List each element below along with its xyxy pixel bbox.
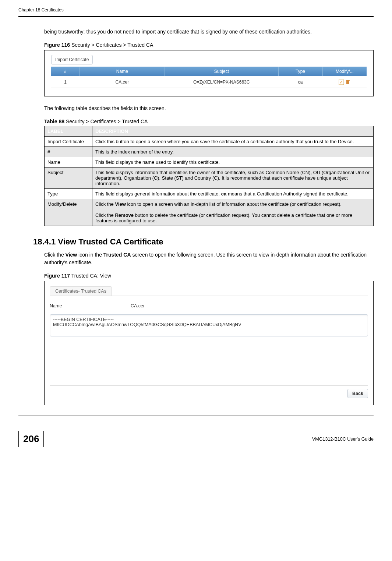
- cell-type: ca: [278, 76, 322, 88]
- trusted-ca-table: # Name Subject Type Modify/... 1 CA.cer …: [51, 67, 367, 88]
- certificate-textarea[interactable]: [50, 314, 368, 336]
- trash-icon[interactable]: [345, 80, 350, 85]
- table-row: Modify/Delete Click the View icon to ope…: [45, 199, 374, 226]
- figure116-caption: Figure 116 Security > Certificates > Tru…: [44, 42, 374, 48]
- row-desc: This is the index number of the entry.: [92, 147, 374, 157]
- section-18-4-1-heading: 18.4.1 View Trusted CA Certificate: [33, 237, 374, 247]
- col-type: Type: [278, 67, 322, 76]
- table-row: Type This field displays general informa…: [45, 189, 374, 199]
- figure117-caption: Figure 117 Trusted CA: View: [44, 273, 374, 279]
- figure117-caption-rest: Trusted CA: View: [70, 273, 111, 279]
- row-desc: This field displays the name used to ide…: [92, 157, 374, 167]
- col-subject: Subject: [165, 67, 279, 76]
- name-field-row: Name CA.cer: [50, 303, 368, 308]
- chapter-header: Chapter 18 Certificates: [18, 7, 374, 13]
- header-rule: [18, 16, 374, 17]
- section-18-4-1-text: Click the View icon in the Trusted CA sc…: [44, 251, 374, 266]
- table-row: # This is the index number of the entry.: [45, 147, 374, 157]
- row-label: Type: [45, 189, 92, 199]
- back-button[interactable]: Back: [347, 389, 368, 398]
- table-row: Subject This field displays information …: [45, 167, 374, 189]
- table88-caption-bold: Table 88: [44, 119, 64, 124]
- row-label: Name: [45, 157, 92, 167]
- table88: Table 88 Security > Certificates > Trust…: [44, 119, 374, 226]
- figure116-screenshot: Import Certificate # Name Subject Type M…: [44, 50, 374, 96]
- table88-caption-rest: Security > Certificates > Trusted CA: [64, 119, 148, 124]
- table-row: Name This field displays the name used t…: [45, 157, 374, 167]
- footer-rule: [18, 416, 374, 416]
- cell-subject: O=ZyXEL/CN=PX-NAS663C: [165, 76, 279, 88]
- row-label: Import Certificate: [45, 137, 92, 147]
- edit-icon[interactable]: [339, 80, 344, 85]
- figure116-caption-bold: Figure 116: [44, 42, 70, 48]
- cell-modify: [322, 76, 367, 88]
- table88-header-label: LABEL: [45, 126, 92, 137]
- guide-name: VMG1312-B10C User's Guide: [312, 437, 374, 442]
- col-num: #: [51, 67, 80, 76]
- name-label: Name: [50, 303, 131, 308]
- name-value: CA.cer: [131, 303, 368, 308]
- cell-num: 1: [51, 76, 80, 88]
- row-desc: Click this button to open a screen where…: [92, 137, 374, 147]
- row-desc: This field displays general information …: [92, 189, 374, 199]
- tab-trusted-cas[interactable]: Certificates- Trusted CAs: [50, 286, 112, 296]
- svg-rect-2: [346, 80, 350, 81]
- figure117-caption-bold: Figure 117: [44, 273, 70, 279]
- table-row: 1 CA.cer O=ZyXEL/CN=PX-NAS663C ca: [51, 76, 367, 88]
- row-desc: This field displays information that ide…: [92, 167, 374, 189]
- row-desc: Click the View icon to open a screen wit…: [92, 199, 374, 226]
- page-number: 206: [18, 431, 44, 447]
- import-certificate-button[interactable]: Import Certificate: [51, 55, 93, 64]
- row-label: Subject: [45, 167, 92, 189]
- table88-intro: The following table describes the fields…: [44, 105, 374, 112]
- figure117-screenshot: Certificates- Trusted CAs Name CA.cer Ba…: [44, 281, 374, 405]
- table88-caption: Table 88 Security > Certificates > Trust…: [44, 119, 374, 126]
- cell-name: CA.cer: [80, 76, 165, 88]
- figure116-caption-rest: Security > Certificates > Trusted CA: [70, 42, 153, 48]
- table88-header-row: LABEL DESCRIPTION: [45, 126, 374, 137]
- table-row: Import Certificate Click this button to …: [45, 137, 374, 147]
- col-name: Name: [80, 67, 165, 76]
- row-label: Modify/Delete: [45, 199, 92, 226]
- intro-paragraph: being trustworthy; thus you do not need …: [44, 28, 374, 35]
- tab-bar: Certificates- Trusted CAs: [50, 286, 368, 296]
- dialog-footer: Back: [50, 385, 368, 398]
- table88-header-desc: DESCRIPTION: [92, 126, 374, 137]
- col-modify: Modify/...: [322, 67, 367, 76]
- svg-rect-1: [346, 81, 349, 84]
- row-label: #: [45, 147, 92, 157]
